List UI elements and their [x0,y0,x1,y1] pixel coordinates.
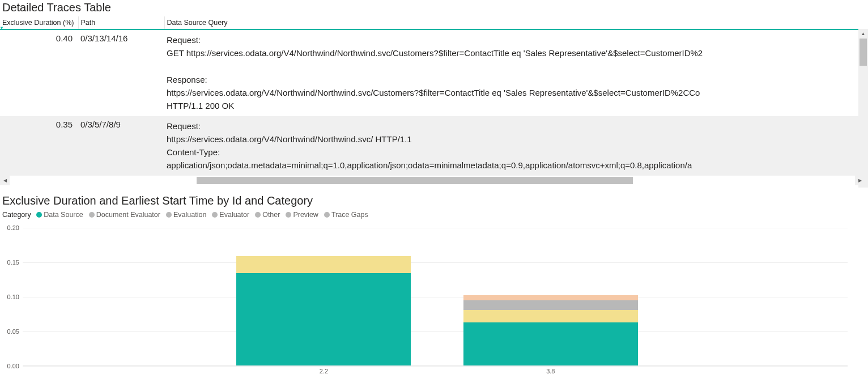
scroll-thumb[interactable] [197,177,633,184]
gridline [23,262,848,263]
legend-item-label: Document Evaluator [96,211,160,219]
legend-item[interactable]: Evaluator [212,211,249,219]
traces-table-container: Exclusive Duration (%) ▼ Path Data Sourc… [0,16,868,176]
cell-path: 0/3/5/7/8/9 [78,116,164,176]
bar-segment[interactable] [236,273,411,365]
col-header-duration-label: Exclusive Duration (%) [2,19,74,27]
y-tick-label: 0.15 [7,259,19,266]
scroll-right-icon[interactable]: ▶ [855,176,865,185]
x-tick-label: 3.8 [546,368,555,375]
bar-group[interactable] [463,295,638,365]
y-tick-label: 0.10 [7,294,19,300]
sort-descending-icon: ▼ [0,25,4,31]
traces-table: Exclusive Duration (%) ▼ Path Data Sourc… [0,16,865,176]
gridline [23,228,848,228]
y-axis: 0.000.050.100.150.20 [2,223,20,375]
legend-item-label: Preview [293,211,318,219]
chart-area[interactable]: 0.000.050.100.150.20 2.23.8 [2,223,852,375]
gridline [23,366,848,367]
cell-duration: 0.40 [0,29,78,116]
cell-query: Request: https://services.odata.org/V4/N… [164,116,865,176]
col-header-path[interactable]: Path [78,16,164,29]
legend-swatch-icon [212,212,218,218]
y-tick-label: 0.00 [7,363,19,369]
legend-item-label: Data Source [44,211,83,219]
legend-item[interactable]: Other [255,211,280,219]
col-header-duration[interactable]: Exclusive Duration (%) ▼ [0,16,78,29]
bar-group[interactable] [236,256,411,365]
legend-item[interactable]: Evaluation [166,211,206,219]
legend-swatch-icon [166,212,172,218]
cell-query: Request: GET https://services.odata.org/… [164,29,865,116]
legend-swatch-icon [36,212,42,218]
x-tick-label: 2.2 [320,368,328,375]
bar-segment[interactable] [463,295,638,300]
cell-duration: 0.35 [0,116,78,176]
legend-item-label: Evaluator [219,211,249,219]
legend-item[interactable]: Trace Gaps [324,211,368,219]
chart-legend: Category Data SourceDocument EvaluatorEv… [0,210,868,223]
gridline [23,297,848,297]
legend-item-label: Trace Gaps [331,211,368,219]
table-header-row: Exclusive Duration (%) ▼ Path Data Sourc… [0,16,865,29]
horizontal-scrollbar[interactable]: ◀ ▶ [0,176,865,185]
scroll-left-icon[interactable]: ◀ [0,176,10,185]
y-tick-label: 0.05 [7,328,19,335]
scroll-up-icon[interactable]: ▲ [858,29,868,39]
scroll-thumb[interactable] [860,39,867,66]
legend-swatch-icon [286,212,291,218]
legend-swatch-icon [324,212,330,218]
legend-item-label: Other [262,211,280,219]
legend-label: Category [2,211,31,219]
plot-area: 2.23.8 [23,228,848,366]
y-tick-label: 0.20 [7,224,19,231]
legend-swatch-icon [255,212,261,218]
table-row[interactable]: 0.40 0/3/13/14/16 Request: GET https://s… [0,29,865,116]
scroll-track[interactable] [10,176,855,185]
legend-item-label: Evaluation [173,211,206,219]
legend-item[interactable]: Data Source [36,211,83,219]
bar-segment[interactable] [463,300,638,310]
cell-path: 0/3/13/14/16 [78,29,164,116]
table-title: Detailed Traces Table [0,0,868,16]
chart-title: Exclusive Duration and Earliest Start Ti… [0,193,868,210]
col-header-query[interactable]: Data Source Query [164,16,865,29]
gridline [23,331,848,332]
bar-segment[interactable] [463,322,638,365]
bar-segment[interactable] [463,310,638,322]
vertical-scrollbar[interactable]: ▲ [858,29,868,188]
legend-item[interactable]: Preview [286,211,318,219]
legend-item[interactable]: Document Evaluator [89,211,160,219]
bar-segment[interactable] [236,256,411,274]
legend-swatch-icon [89,212,95,218]
table-row[interactable]: 0.35 0/3/5/7/8/9 Request: https://servic… [0,116,865,176]
